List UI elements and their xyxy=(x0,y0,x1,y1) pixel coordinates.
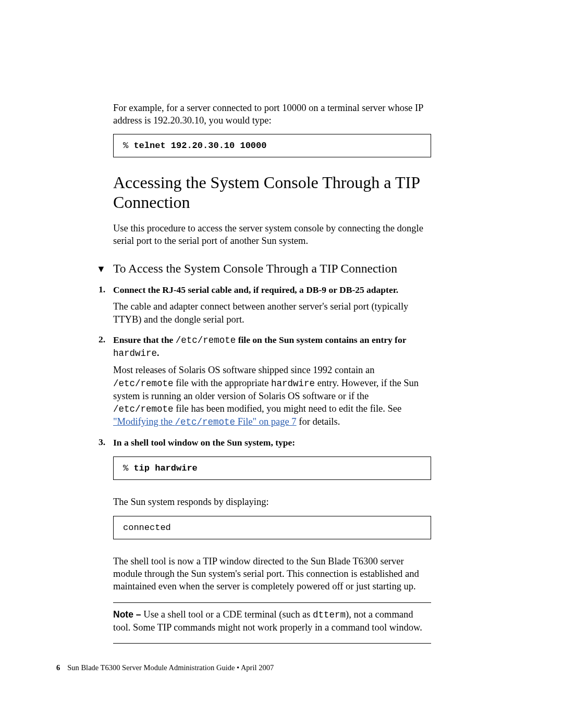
step-2-body-code1: /etc/remote xyxy=(113,378,174,389)
step-2-body-mid3: file has been modified, you might need t… xyxy=(174,403,402,414)
cross-reference-link[interactable]: "Modifying the /etc/remote File" on page… xyxy=(113,416,297,427)
procedure-title: To Access the System Console Through a T… xyxy=(113,262,397,275)
link-pre: "Modifying the xyxy=(113,416,175,427)
code-box-connected: connected xyxy=(113,516,431,539)
note-rule-top xyxy=(113,602,431,603)
step-1: Connect the RJ-45 serial cable and, if r… xyxy=(113,284,431,326)
note-text-pre: Use a shell tool or a CDE terminal (such… xyxy=(143,609,313,620)
code-box-tip: % tip hardwire xyxy=(113,456,431,480)
note-block: Note – Use a shell tool or a CDE termina… xyxy=(113,608,431,634)
step-2-head-pre: Ensure that the xyxy=(113,335,176,345)
step-2-body: Most releases of Solaris OS software shi… xyxy=(113,364,431,428)
intro-example-text: For example, for a server connected to p… xyxy=(113,102,431,127)
page-number: 6 xyxy=(56,663,60,672)
step-2-head-mid: file on the Sun system contains an entry… xyxy=(236,335,406,345)
step-3-head: In a shell tool window on the Sun system… xyxy=(113,437,431,449)
step-2-body-code3: /etc/remote xyxy=(113,404,174,414)
section-title: Accessing the System Console Through a T… xyxy=(113,173,431,213)
code-prompt: % xyxy=(123,141,133,151)
down-triangle-icon: ▼ xyxy=(96,264,106,275)
step-2-body-tail: for details. xyxy=(297,416,340,427)
link-post: File" on page 7 xyxy=(235,416,297,427)
procedure-steps: Connect the RJ-45 serial cable and, if r… xyxy=(113,284,431,593)
code-command: telnet 192.20.30.10 10000 xyxy=(133,141,266,151)
code-prompt-tip: % xyxy=(123,463,133,473)
step-3-after2: The shell tool is now a TIP window direc… xyxy=(113,555,431,593)
step-2-head-code: /etc/remote xyxy=(176,335,236,346)
step-1-head: Connect the RJ-45 serial cable and, if r… xyxy=(113,284,431,297)
step-2-body-mid1: file with the appropriate xyxy=(174,378,272,388)
note-label: Note – xyxy=(113,609,143,620)
step-2-body-pre: Most releases of Solaris OS software shi… xyxy=(113,365,374,375)
page-content: For example, for a server connected to p… xyxy=(113,102,431,649)
step-3-after1: The Sun system responds by displaying: xyxy=(113,496,431,508)
note-code: dtterm xyxy=(313,610,346,620)
step-2-head-post: . xyxy=(157,348,159,358)
step-2-head: Ensure that the /etc/remote file on the … xyxy=(113,334,431,360)
link-code: /etc/remote xyxy=(175,417,236,427)
step-3: In a shell tool window on the Sun system… xyxy=(113,437,431,593)
code-command-tip: tip hardwire xyxy=(133,463,197,473)
step-2-head-code2: hardwire xyxy=(113,348,157,359)
note-rule-bottom xyxy=(113,643,431,644)
footer-text: Sun Blade T6300 Server Module Administra… xyxy=(67,663,274,672)
section-lead: Use this procedure to access the server … xyxy=(113,222,431,247)
step-2-body-code2: hardwire xyxy=(271,378,315,389)
code-output-connected: connected xyxy=(123,523,171,533)
step-2: Ensure that the /etc/remote file on the … xyxy=(113,334,431,428)
code-box-telnet: % telnet 192.20.30.10 10000 xyxy=(113,134,431,157)
procedure-heading: ▼ To Access the System Console Through a… xyxy=(113,262,431,276)
page-footer: 6Sun Blade T6300 Server Module Administr… xyxy=(56,663,274,672)
step-1-body: The cable and adapter connect between an… xyxy=(113,300,431,326)
